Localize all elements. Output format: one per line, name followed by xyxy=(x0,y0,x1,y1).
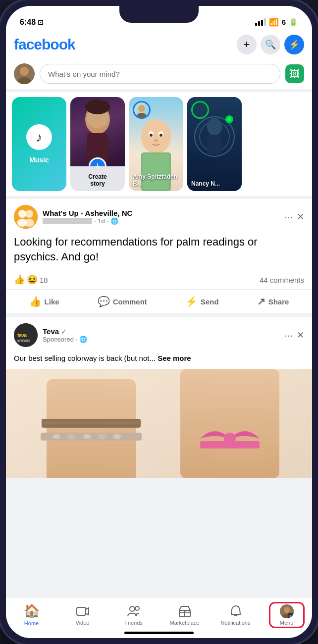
post-2-text-content: Our best selling colorway is back (but n… xyxy=(14,354,156,362)
svg-rect-40 xyxy=(43,421,140,424)
svg-point-20 xyxy=(138,105,145,112)
status-time: 6:48 ⊡ xyxy=(20,18,44,27)
marketplace-icon xyxy=(178,604,192,618)
nancy-story[interactable]: Nancy N... xyxy=(187,97,242,191)
create-story[interactable]: + Createstory xyxy=(70,97,125,191)
post-1-subtitle: · 1d · 🌐 xyxy=(43,217,132,225)
search-button[interactable]: 🔍 xyxy=(261,35,280,54)
photo-icon: 🖼 xyxy=(290,68,300,80)
battery-icon: 6 xyxy=(282,18,286,26)
facebook-logo: facebook xyxy=(14,36,75,53)
music-story[interactable]: ♪ Music xyxy=(12,97,66,191)
like-label: Like xyxy=(45,297,59,306)
post-2-subtitle: Sponsored · 🌐 xyxy=(43,336,87,343)
svg-rect-28 xyxy=(207,135,222,154)
svg-point-30 xyxy=(18,210,26,218)
photo-video-button[interactable]: 🖼 xyxy=(285,64,304,83)
nav-notifications[interactable]: Notifications xyxy=(218,602,254,628)
teva-ad-image xyxy=(6,369,312,478)
composer-placeholder: What's on your mind? xyxy=(48,70,120,78)
video-icon xyxy=(76,604,90,618)
nav-menu[interactable]: Menu xyxy=(269,602,305,628)
signal-icon xyxy=(255,18,266,26)
battery-indicator: 🔋 xyxy=(289,18,298,27)
time-display: 6:48 xyxy=(20,18,36,27)
messenger-button[interactable]: ⚡ xyxy=(284,35,304,54)
post-2-author-name: Teva xyxy=(43,327,59,336)
friends-label: Friends xyxy=(124,620,143,626)
svg-text:teva: teva xyxy=(17,332,27,338)
post-1-close-button[interactable]: ✕ xyxy=(297,211,304,222)
amy-story-name: Amy Spitzfaden B... xyxy=(133,173,179,187)
phone-frame: 6:48 ⊡ 📶 6 🔋 facebook + xyxy=(0,0,318,644)
post-2-header-right: ··· ✕ xyxy=(284,330,304,341)
post-1-reactions-left: 👍 😆 18 xyxy=(14,274,48,285)
post-1-author: What's Up - Asheville, NC · 1d · 🌐 xyxy=(14,205,132,229)
svg-rect-50 xyxy=(77,607,86,615)
post-2-more-button[interactable]: ··· xyxy=(284,330,293,341)
group-avatar-image xyxy=(14,205,38,229)
home-label: Home xyxy=(24,620,39,626)
amy-avatar-ring xyxy=(133,101,151,119)
svg-point-19 xyxy=(154,139,158,142)
post-1-header: What's Up - Asheville, NC · 1d · 🌐 ··· ✕ xyxy=(6,199,312,233)
nancy-story-name: Nancy N... xyxy=(191,180,238,187)
comment-button[interactable]: 💬 Comment xyxy=(92,292,153,311)
post-2-close-button[interactable]: ✕ xyxy=(297,330,304,341)
news-feed: What's Up - Asheville, NC · 1d · 🌐 ··· ✕ xyxy=(6,199,312,597)
music-note-circle: ♪ xyxy=(26,124,52,150)
user-avatar xyxy=(14,63,35,84)
post-1-content: Looking for recommendations for palm rea… xyxy=(6,233,312,270)
thumbs-up-reaction: 👍 xyxy=(14,274,25,285)
home-indicator xyxy=(124,632,194,634)
post-1-actions: 👍 Like 💬 Comment ⚡ Send ↗ Share xyxy=(6,290,312,313)
music-story-label: Music xyxy=(29,156,49,164)
svg-point-12 xyxy=(141,119,171,154)
menu-overlay-icon xyxy=(288,613,294,618)
nav-friends[interactable]: Friends xyxy=(116,602,152,628)
like-button[interactable]: 👍 Like xyxy=(23,292,65,311)
nav-video[interactable]: Video xyxy=(65,602,101,628)
send-icon: ⚡ xyxy=(185,296,198,307)
notifications-icon xyxy=(229,604,243,618)
share-icon: ↗ xyxy=(257,296,265,307)
post-2-author: teva 40 YEARS Teva ✓ Sponsored xyxy=(14,323,87,347)
svg-marker-51 xyxy=(86,608,89,615)
post-2-meta: Teva ✓ Sponsored · 🌐 xyxy=(43,327,87,343)
home-icon: 🏠 xyxy=(24,603,40,619)
post-1-reactions: 👍 😆 18 44 comments xyxy=(6,270,312,290)
wifi-icon: 📶 xyxy=(269,17,279,27)
see-more-button[interactable]: See more xyxy=(158,354,191,362)
nav-home[interactable]: 🏠 Home xyxy=(14,601,50,628)
nancy-avatar-ring xyxy=(191,101,209,119)
story-person-image xyxy=(78,99,117,164)
svg-point-46 xyxy=(113,434,121,439)
menu-avatar xyxy=(280,604,294,618)
verified-icon: ✓ xyxy=(61,328,67,336)
composer-input[interactable]: What's on your mind? xyxy=(40,64,280,84)
svg-point-44 xyxy=(83,434,91,439)
post-2-content: Our best selling colorway is back (but n… xyxy=(6,351,312,369)
haha-reaction: 😆 xyxy=(27,274,38,285)
nav-marketplace[interactable]: Marketplace xyxy=(167,602,203,628)
amy-story[interactable]: Amy Spitzfaden B... xyxy=(129,97,183,191)
post-1-more-button[interactable]: ··· xyxy=(284,211,293,223)
post-2-text: Our best selling colorway is back (but n… xyxy=(14,353,304,363)
post-1-comments-count[interactable]: 44 comments xyxy=(260,276,304,284)
svg-rect-38 xyxy=(47,379,136,478)
post-1-author-name: What's Up - Asheville, NC xyxy=(43,209,132,217)
svg-rect-47 xyxy=(180,369,279,478)
post-1-time: · 1d · 🌐 xyxy=(94,217,118,225)
svg-point-45 xyxy=(98,434,106,440)
svg-point-8 xyxy=(85,99,110,114)
svg-point-18 xyxy=(159,134,162,137)
send-button[interactable]: ⚡ Send xyxy=(179,292,225,311)
messenger-icon: ⚡ xyxy=(289,39,300,50)
notch xyxy=(119,6,199,23)
post-2-time: Sponsored · 🌐 xyxy=(43,336,87,343)
svg-point-17 xyxy=(150,134,153,137)
comment-label: Comment xyxy=(113,297,147,306)
notifications-label: Notifications xyxy=(221,620,251,626)
share-button[interactable]: ↗ Share xyxy=(251,292,295,311)
add-button[interactable]: + xyxy=(237,35,257,54)
